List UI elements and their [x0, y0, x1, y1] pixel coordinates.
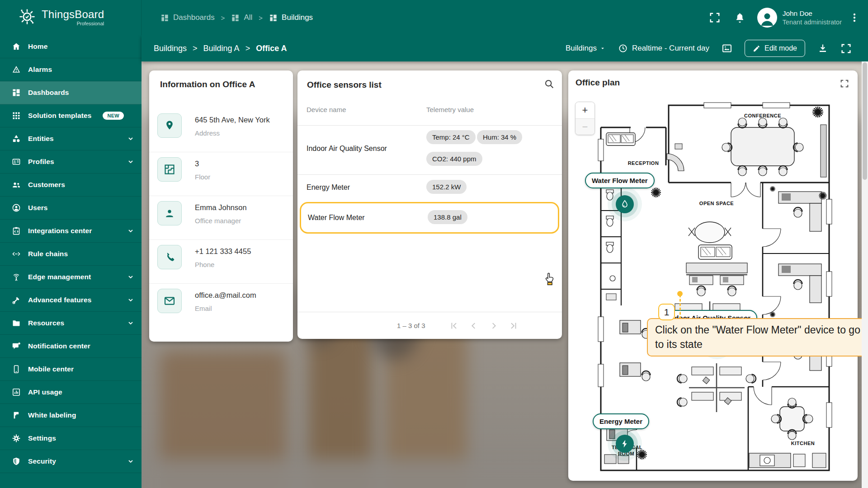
zoom-in-button[interactable]: +	[576, 102, 594, 118]
search-icon[interactable]	[544, 79, 555, 91]
sidebar-item-resources[interactable]: Resources	[0, 312, 142, 335]
page-scrollbar[interactable]	[862, 61, 868, 488]
breadcrumb-dashboards[interactable]: Dashboards	[160, 13, 215, 22]
sidebar-item-profiles[interactable]: Profiles	[0, 150, 142, 174]
kitchen-furniture	[749, 398, 826, 468]
room-label-reception: RECEPTION	[628, 160, 659, 166]
new-badge: NEW	[103, 112, 124, 120]
sidebar-item-dashboards[interactable]: Dashboards	[0, 81, 142, 104]
device-name: Water Flow Meter	[308, 214, 365, 222]
sidebar-item-mobile-center[interactable]: Mobile center	[0, 358, 142, 381]
breadcrumb-label: Buildings	[282, 13, 313, 22]
phone-icon	[157, 245, 182, 269]
water-flow-meter-marker[interactable]	[616, 195, 634, 213]
resources-folder-icon	[11, 319, 21, 328]
sidebar-item-api-usage[interactable]: API usage	[0, 381, 142, 404]
breadcrumb-all[interactable]: All	[231, 13, 252, 22]
room-label-conference: CONFERENCE	[744, 113, 781, 119]
sidebar-item-alarms[interactable]: Alarms	[0, 58, 142, 81]
breadcrumb-buildings[interactable]: Buildings	[269, 13, 313, 22]
brand-subtitle: Professional	[42, 21, 104, 26]
breadcrumb-label: Dashboards	[173, 13, 215, 22]
dashboards-icon	[231, 14, 240, 22]
fullscreen-icon[interactable]	[709, 12, 721, 23]
user-avatar[interactable]	[757, 8, 777, 28]
sidebar-nav: Home Alarms Dashboards Solution template…	[0, 35, 142, 488]
sidebar-item-label: Security	[28, 457, 56, 465]
pagination-bar: 1 – 3 of 3	[297, 312, 562, 339]
thingsboard-logo-icon	[18, 8, 36, 28]
download-icon[interactable]	[817, 43, 828, 54]
notifications-bell-icon[interactable]	[734, 12, 745, 23]
sidebar-item-label: API usage	[28, 388, 62, 396]
plan-device-water-flow-meter[interactable]: Water Flow Meter	[585, 173, 655, 188]
sidebar-item-rule-chains[interactable]: Rule chains	[0, 243, 142, 266]
device-name: Indoor Air Quality Sensor	[307, 145, 387, 153]
sidebar-item-advanced-features[interactable]: Advanced features	[0, 289, 142, 312]
sidebar-item-users[interactable]: Users	[0, 197, 142, 220]
zoom-out-button[interactable]: −	[576, 118, 594, 135]
sidebar-item-integrations-center[interactable]: Integrations center	[0, 220, 142, 243]
table-row-water-flow-meter-highlighted[interactable]: Water Flow Meter 138.8 gal	[300, 202, 559, 234]
next-page-icon[interactable]	[489, 321, 499, 331]
sidebar-item-edge-management[interactable]: Edge management	[0, 266, 142, 289]
sidebar-item-security[interactable]: Security	[0, 450, 142, 473]
sidebar-item-home[interactable]: Home	[0, 35, 142, 58]
sidebar-item-notification-center[interactable]: Notification center	[0, 335, 142, 358]
security-shield-icon	[11, 457, 21, 466]
telemetry-chip: Temp: 24 °C	[426, 130, 476, 144]
sidebar-item-solution-templates[interactable]: Solution templates NEW	[0, 104, 142, 127]
edit-mode-button[interactable]: Edit mode	[745, 40, 805, 57]
sidebar-item-label: Advanced features	[28, 296, 91, 304]
energy-meter-marker[interactable]	[616, 435, 634, 453]
info-row-email: office.a@mail.com Email	[149, 284, 293, 328]
sidebar-item-label: Mobile center	[28, 365, 74, 373]
pencil-icon	[753, 45, 760, 52]
chevron-down-icon	[127, 158, 134, 165]
sidebar-item-label: Resources	[28, 319, 64, 327]
breadcrumb-building-a-link[interactable]: Building A	[203, 44, 240, 53]
sidebar-item-label: Notification center	[28, 342, 90, 350]
column-header-device[interactable]: Device name	[307, 106, 346, 113]
info-label: Phone	[195, 261, 214, 268]
dashboard-image-icon[interactable]	[722, 43, 732, 54]
restroom-fixtures	[606, 190, 616, 300]
tour-connector-line	[679, 295, 681, 319]
map-zoom-control: + −	[575, 102, 595, 135]
solution-templates-icon	[11, 111, 21, 120]
sidebar-item-label: Home	[28, 42, 47, 51]
breadcrumb-buildings-link[interactable]: Buildings	[154, 44, 187, 53]
info-value: office.a@mail.com	[195, 291, 256, 300]
dashboard-content: Information on Office A 645 5th Ave, New…	[142, 61, 868, 488]
dashboards-icon	[269, 14, 278, 22]
dashboards-icon	[11, 88, 21, 97]
last-page-icon[interactable]	[509, 321, 519, 331]
fullscreen-icon[interactable]	[840, 43, 852, 54]
rule-chains-icon	[11, 249, 21, 258]
sidebar-item-white-labeling[interactable]: White labeling	[0, 404, 142, 427]
breadcrumb-office-a: Office A	[256, 44, 287, 53]
sidebar-item-customers[interactable]: Customers	[0, 174, 142, 197]
breadcrumb-separator: >	[245, 44, 250, 53]
timewindow-button[interactable]: Realtime - Current day	[618, 43, 709, 53]
sidebar-item-settings[interactable]: Settings	[0, 427, 142, 450]
sidebar-item-label: Alarms	[28, 66, 52, 74]
entity-state-select[interactable]: Buildings	[566, 44, 606, 53]
entities-icon	[11, 134, 21, 143]
alarm-icon	[11, 65, 21, 74]
user-info[interactable]: John Doe Tenant administrator	[783, 9, 842, 26]
sidebar-item-label: Dashboards	[28, 89, 69, 97]
thingsboard-logo[interactable]: ThingsBoardProfessional	[0, 0, 142, 35]
more-menu-icon[interactable]	[850, 12, 859, 23]
telemetry-chip: 152.2 kW	[426, 180, 467, 194]
user-role: Tenant administrator	[783, 18, 842, 26]
sidebar-item-entities[interactable]: Entities	[0, 127, 142, 150]
dashboard-breadcrumb: Buildings > Building A > Office A	[154, 44, 287, 53]
previous-page-icon[interactable]	[469, 321, 479, 331]
scrollbar-thumb[interactable]	[863, 62, 867, 180]
plan-device-energy-meter[interactable]: Energy Meter	[593, 413, 649, 429]
info-label: Address	[195, 129, 220, 137]
telemetry-chip: Hum: 34 %	[477, 130, 522, 144]
first-page-icon[interactable]	[449, 321, 459, 331]
toolbar-actions: Buildings Realtime - Current day Edit mo…	[566, 40, 852, 57]
